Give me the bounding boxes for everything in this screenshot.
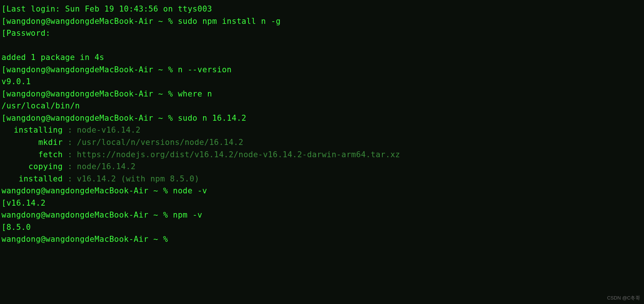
prompt-line-5: wangdong@wangdongdeMacBook-Air ~ % node …	[1, 185, 643, 197]
prompt-line-1: [wangdong@wangdongdeMacBook-Air ~ % sudo…	[1, 15, 643, 28]
password-line: [Password:	[1, 27, 643, 39]
blank-line	[1, 39, 643, 52]
command-sudo-n-install: sudo n 16.14.2	[178, 114, 246, 123]
copying-line: copying : node/16.14.2	[1, 161, 643, 173]
npm-version-output: [8.5.0	[1, 221, 643, 234]
command-sudo-npm-install: sudo npm install n -g	[178, 17, 281, 26]
installed-line: installed : v16.14.2 (with npm 8.5.0)	[1, 173, 643, 185]
command-n-version: n --version	[178, 65, 232, 74]
command-where-n: where n	[178, 89, 212, 98]
command-node-v: node -v	[173, 186, 207, 195]
command-npm-v: npm -v	[173, 210, 202, 219]
where-n-output: /usr/local/bin/n	[1, 100, 643, 112]
prompt-line-7[interactable]: wangdong@wangdongdeMacBook-Air ~ %	[1, 233, 643, 246]
node-version-output: [v16.14.2	[1, 197, 643, 209]
watermark-text: CSDN @C冬哥	[607, 294, 640, 302]
n-version-output: v9.0.1	[1, 76, 643, 88]
mkdir-line: mkdir : /usr/local/n/versions/node/16.14…	[1, 136, 643, 149]
prompt-line-3: [wangdong@wangdongdeMacBook-Air ~ % wher…	[1, 88, 643, 100]
installing-line: installing : node-v16.14.2	[1, 124, 643, 136]
last-login-line: [Last login: Sun Feb 19 10:43:56 on ttys…	[1, 3, 643, 15]
terminal-window[interactable]: { "terminal": { "lastLogin": "Last login…	[0, 0, 644, 304]
prompt-line-4: [wangdong@wangdongdeMacBook-Air ~ % sudo…	[1, 112, 643, 124]
fetch-line: fetch : https://nodejs.org/dist/v16.14.2…	[1, 149, 643, 161]
prompt-line-6: wangdong@wangdongdeMacBook-Air ~ % npm -…	[1, 209, 643, 221]
prompt-line-2: [wangdong@wangdongdeMacBook-Air ~ % n --…	[1, 64, 643, 76]
added-package-line: added 1 package in 4s	[1, 51, 643, 64]
